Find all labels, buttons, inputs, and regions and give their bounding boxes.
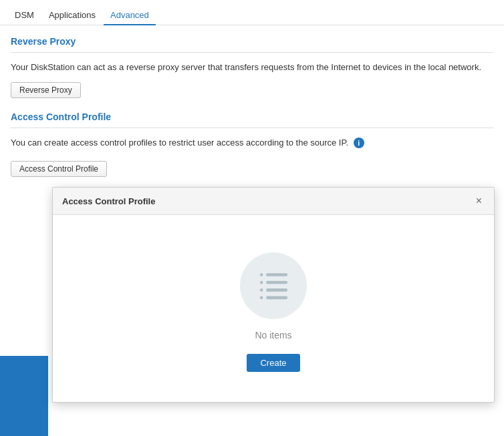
svg-rect-1 <box>266 273 287 276</box>
svg-rect-5 <box>266 288 287 292</box>
access-control-title: Access Control Profile <box>11 112 493 122</box>
reverse-proxy-divider <box>11 52 493 53</box>
svg-rect-4 <box>259 288 263 292</box>
empty-state-text: No items <box>255 330 291 341</box>
list-icon <box>255 267 292 304</box>
sidebar-blue-bar <box>0 356 48 436</box>
reverse-proxy-desc: Your DiskStation can act as a reverse pr… <box>11 61 493 74</box>
svg-rect-7 <box>266 296 287 300</box>
svg-rect-0 <box>259 273 263 276</box>
modal-header: Access Control Profile × <box>53 188 494 215</box>
reverse-proxy-title: Reverse Proxy <box>11 36 493 47</box>
modal-close-button[interactable]: × <box>473 194 485 208</box>
access-control-desc: You can create access control profiles t… <box>11 136 493 150</box>
access-control-modal: Access Control Profile × No items Create <box>52 187 495 403</box>
access-control-divider <box>11 128 493 128</box>
modal-body: No items Create <box>53 215 494 402</box>
access-control-button[interactable]: Access Control Profile <box>11 161 107 177</box>
modal-title: Access Control Profile <box>62 196 155 206</box>
access-control-section: Access Control Profile You can create ac… <box>11 112 493 178</box>
nav-item-advanced[interactable]: Advanced <box>104 6 156 25</box>
acp-button-area: Access Control Profile <box>11 157 493 177</box>
reverse-proxy-section: Reverse Proxy Your DiskStation can act a… <box>11 36 493 98</box>
reverse-proxy-button[interactable]: Reverse Proxy <box>11 82 81 98</box>
svg-rect-3 <box>266 281 287 284</box>
top-nav: DSM Applications Advanced <box>0 0 504 25</box>
svg-rect-2 <box>259 281 263 284</box>
create-button[interactable]: Create <box>247 354 299 372</box>
nav-item-applications[interactable]: Applications <box>42 6 102 25</box>
info-icon[interactable]: i <box>354 138 364 148</box>
nav-item-dsm[interactable]: DSM <box>8 6 41 25</box>
svg-rect-6 <box>259 296 263 300</box>
main-content: Reverse Proxy Your DiskStation can act a… <box>0 25 504 201</box>
empty-state-icon <box>240 252 307 319</box>
